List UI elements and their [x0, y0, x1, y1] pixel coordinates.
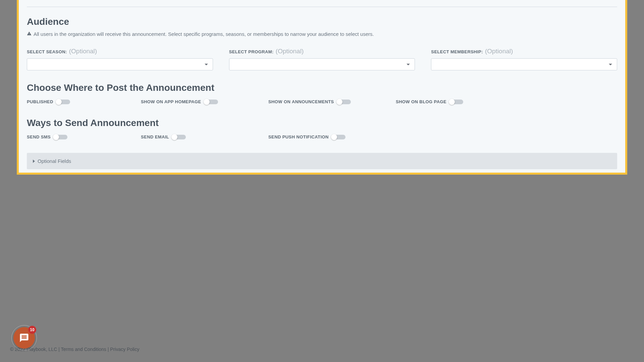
email-toggle-item: SEND EMAIL — [141, 134, 235, 139]
modal-body: P 4 WORDS POWERED BY TINY Audience All u… — [19, 0, 625, 173]
divider — [27, 7, 617, 7]
chevron-down-icon — [407, 64, 410, 65]
chat-icon — [19, 333, 29, 343]
optional-hint: (Optional) — [69, 48, 97, 55]
chat-widget-button[interactable]: 10 — [13, 327, 35, 349]
push-toggle[interactable] — [331, 135, 345, 139]
optional-fields-collapsible[interactable]: Optional Fields — [27, 153, 617, 169]
terms-link[interactable]: Terms and Conditions — [61, 347, 106, 352]
sms-toggle[interactable] — [53, 135, 67, 139]
membership-dropdown[interactable] — [431, 58, 617, 70]
modal-container: P 4 WORDS POWERED BY TINY Audience All u… — [17, 0, 627, 175]
privacy-link[interactable]: Privacy Policy — [110, 347, 139, 352]
published-toggle-item: PUBLISHED — [27, 99, 107, 104]
push-label: SEND PUSH NOTIFICATION — [268, 134, 329, 139]
warning-text: All users in the organization will recei… — [34, 31, 374, 37]
chevron-right-icon — [33, 160, 35, 163]
post-section-title: Choose Where to Post the Announcement — [27, 82, 617, 93]
membership-field: SELECT MEMBERSHIP: (Optional) — [431, 48, 617, 70]
program-field: SELECT PROGRAM: (Optional) — [229, 48, 415, 70]
sms-label: SEND SMS — [27, 134, 51, 139]
send-toggles-row: SEND SMS SEND EMAIL SEND PUSH NOTIFICATI… — [27, 134, 617, 139]
optional-fields-label: Optional Fields — [38, 158, 71, 164]
program-dropdown[interactable] — [229, 58, 415, 70]
membership-label: SELECT MEMBERSHIP: (Optional) — [431, 48, 617, 55]
blog-page-toggle-item: SHOW ON BLOG PAGE — [396, 99, 490, 104]
warning-icon — [27, 31, 32, 37]
season-label: SELECT SEASON: (Optional) — [27, 48, 213, 55]
announcements-toggle-item: SHOW ON ANNOUNCEMENTS — [268, 99, 362, 104]
announcements-label: SHOW ON ANNOUNCEMENTS — [268, 99, 334, 104]
published-toggle[interactable] — [56, 100, 70, 104]
post-toggles-row: PUBLISHED SHOW ON APP HOMEPAGE SHOW ON A… — [27, 99, 617, 104]
announcements-toggle[interactable] — [337, 100, 351, 104]
chevron-down-icon — [205, 64, 208, 65]
email-toggle[interactable] — [172, 135, 186, 139]
blog-page-label: SHOW ON BLOG PAGE — [396, 99, 446, 104]
season-field: SELECT SEASON: (Optional) — [27, 48, 213, 70]
push-toggle-item: SEND PUSH NOTIFICATION — [268, 134, 362, 139]
blog-page-toggle[interactable] — [449, 100, 463, 104]
audience-filters-row: SELECT SEASON: (Optional) SELECT PROGRAM… — [27, 48, 617, 70]
send-section-title: Ways to Send Announcement — [27, 118, 617, 128]
published-label: PUBLISHED — [27, 99, 53, 104]
chat-notification-badge: 10 — [28, 326, 36, 334]
sms-toggle-item: SEND SMS — [27, 134, 107, 139]
app-homepage-toggle[interactable] — [204, 100, 218, 104]
chevron-down-icon — [609, 64, 612, 65]
email-label: SEND EMAIL — [141, 134, 169, 139]
optional-hint: (Optional) — [276, 48, 304, 55]
season-dropdown[interactable] — [27, 58, 213, 70]
program-label: SELECT PROGRAM: (Optional) — [229, 48, 415, 55]
optional-hint: (Optional) — [485, 48, 513, 55]
horizontal-scrollbar[interactable] — [0, 355, 567, 359]
app-homepage-label: SHOW ON APP HOMEPAGE — [141, 99, 201, 104]
audience-warning: All users in the organization will recei… — [27, 31, 617, 37]
audience-title: Audience — [27, 16, 617, 27]
app-homepage-toggle-item: SHOW ON APP HOMEPAGE — [141, 99, 235, 104]
